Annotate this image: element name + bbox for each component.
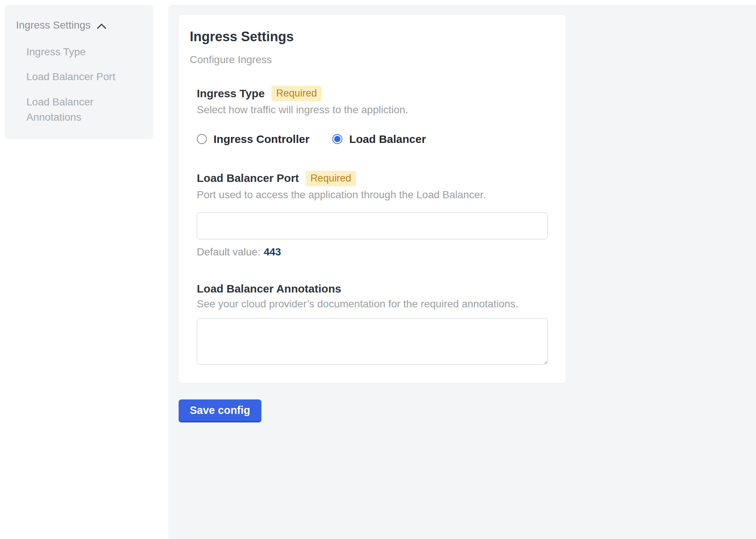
ingress-type-radio-group: Ingress Controller Load Balancer <box>197 134 548 145</box>
app-screen: Ingress Settings Ingress Type Load Balan… <box>0 0 756 539</box>
sidebar-item-ingress-type[interactable]: Ingress Type <box>26 45 134 60</box>
section-load-balancer-annotations: Load Balancer Annotations See your cloud… <box>197 282 548 365</box>
load-balancer-port-help-text: Port used to access the application thro… <box>197 189 548 201</box>
sidebar-item-load-balancer-annotations[interactable]: Load Balancer Annotations <box>26 95 134 125</box>
main-panel: Ingress Settings Configure Ingress Ingre… <box>168 5 756 539</box>
section-title-row: Load Balancer Annotations <box>197 282 548 295</box>
required-badge: Required <box>271 86 322 101</box>
load-balancer-annotations-help-text: See your cloud provider’s documentation … <box>197 298 548 310</box>
save-config-button[interactable]: Save config <box>179 399 261 422</box>
default-value-row: Default value:443 <box>197 246 548 258</box>
radio-option-ingress-controller[interactable]: Ingress Controller <box>197 134 309 145</box>
chevron-up-icon <box>97 23 107 29</box>
config-sections: Ingress Type Required Select how traffic… <box>197 86 548 365</box>
radio-label-ingress-controller: Ingress Controller <box>214 134 309 145</box>
required-badge: Required <box>306 171 356 186</box>
section-title-load-balancer-annotations: Load Balancer Annotations <box>197 282 341 295</box>
section-title-ingress-type: Ingress Type <box>197 87 265 100</box>
ingress-settings-card: Ingress Settings Configure Ingress Ingre… <box>179 15 566 383</box>
ingress-type-help-text: Select how traffic will ingress to the a… <box>197 104 548 116</box>
section-load-balancer-port: Load Balancer Port Required Port used to… <box>197 171 548 258</box>
radio-icon-load-balancer[interactable] <box>332 134 342 144</box>
section-title-row: Ingress Type Required <box>197 86 548 101</box>
load-balancer-port-input[interactable] <box>197 212 548 239</box>
radio-icon-ingress-controller[interactable] <box>197 134 207 144</box>
load-balancer-annotations-textarea[interactable] <box>197 318 548 365</box>
sidebar-group-ingress-settings[interactable]: Ingress Settings <box>16 20 146 31</box>
page-subtitle: Configure Ingress <box>190 54 548 66</box>
page-title: Ingress Settings <box>190 30 548 44</box>
section-title-row: Load Balancer Port Required <box>197 171 548 186</box>
sidebar-item-load-balancer-port[interactable]: Load Balancer Port <box>26 69 134 85</box>
radio-option-load-balancer[interactable]: Load Balancer <box>332 134 426 145</box>
default-value-label: Default value: <box>197 246 260 258</box>
sidebar-group-label: Ingress Settings <box>16 20 91 31</box>
config-nav-sidebar: Ingress Settings Ingress Type Load Balan… <box>5 5 153 139</box>
section-ingress-type: Ingress Type Required Select how traffic… <box>197 86 548 145</box>
radio-label-load-balancer: Load Balancer <box>349 134 426 145</box>
sidebar-item-list: Ingress Type Load Balancer Port Load Bal… <box>26 45 134 125</box>
default-value: 443 <box>264 246 281 258</box>
section-title-load-balancer-port: Load Balancer Port <box>197 172 299 185</box>
